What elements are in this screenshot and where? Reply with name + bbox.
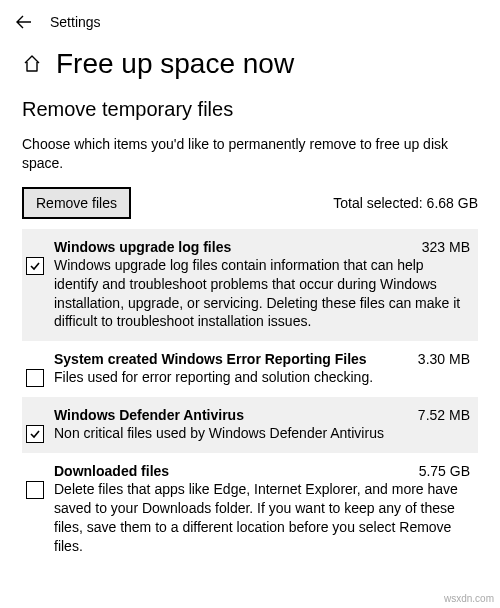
- home-icon[interactable]: [22, 54, 42, 74]
- section-title: Remove temporary files: [22, 98, 478, 121]
- checkbox-error-reporting[interactable]: [26, 369, 44, 387]
- list-item[interactable]: Windows upgrade log files 323 MB Windows…: [22, 229, 478, 342]
- checkbox-windows-upgrade-log[interactable]: [26, 257, 44, 275]
- total-selected-label: Total selected: 6.68 GB: [333, 195, 478, 211]
- section-description: Choose which items you'd like to permane…: [22, 135, 478, 173]
- item-title: Windows upgrade log files: [54, 239, 231, 255]
- list-item[interactable]: Downloaded files 5.75 GB Delete files th…: [22, 453, 478, 566]
- checkbox-downloaded-files[interactable]: [26, 481, 44, 499]
- item-title: Downloaded files: [54, 463, 169, 479]
- app-title: Settings: [50, 14, 101, 30]
- checkbox-defender-antivirus[interactable]: [26, 425, 44, 443]
- item-size: 323 MB: [422, 239, 470, 255]
- item-description: Files used for error reporting and solut…: [54, 368, 470, 387]
- watermark: wsxdn.com: [444, 593, 494, 604]
- item-title: Windows Defender Antivirus: [54, 407, 244, 423]
- page-title: Free up space now: [56, 48, 294, 80]
- back-arrow-icon[interactable]: [16, 14, 32, 30]
- list-item[interactable]: System created Windows Error Reporting F…: [22, 341, 478, 397]
- item-size: 7.52 MB: [418, 407, 470, 423]
- item-title: System created Windows Error Reporting F…: [54, 351, 367, 367]
- item-description: Delete files that apps like Edge, Intern…: [54, 480, 470, 556]
- list-item[interactable]: Windows Defender Antivirus 7.52 MB Non c…: [22, 397, 478, 453]
- item-description: Non critical files used by Windows Defen…: [54, 424, 470, 443]
- item-description: Windows upgrade log files contain inform…: [54, 256, 470, 332]
- remove-files-button[interactable]: Remove files: [22, 187, 131, 219]
- item-size: 5.75 GB: [419, 463, 470, 479]
- item-size: 3.30 MB: [418, 351, 470, 367]
